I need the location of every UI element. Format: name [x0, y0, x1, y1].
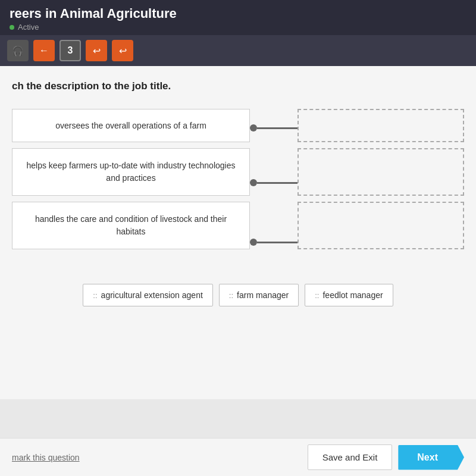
instruction-text: ch the description to the job title.: [12, 80, 464, 92]
main-content: ch the description to the job title. ove…: [0, 66, 476, 399]
mark-question-link[interactable]: mark this question: [12, 453, 80, 462]
footer: mark this question Save and Exit Next: [0, 438, 476, 476]
chip-farm-manager[interactable]: :: farm manager: [219, 284, 299, 306]
connector-2: [250, 159, 298, 206]
back-icon: ←: [39, 45, 49, 56]
drag-icon-3: ::: [315, 291, 319, 300]
next-button[interactable]: Next: [398, 445, 464, 470]
dot-3: [250, 239, 257, 246]
drag-icon-2: ::: [229, 291, 233, 300]
answer-bank: :: agricultural extension agent :: farm …: [12, 284, 464, 306]
description-item-2: helps keep farmers up-to-date with indus…: [12, 148, 250, 196]
headphones-icon: 🎧: [12, 45, 24, 57]
header: reers in Animal Agriculture Active: [0, 0, 476, 35]
save-exit-button[interactable]: Save and Exit: [308, 444, 393, 470]
status-label: Active: [18, 23, 39, 32]
drag-icon-1: ::: [93, 291, 97, 300]
chip-label-3: feedlot manager: [322, 290, 383, 300]
descriptions-column: oversees the overall operations of a far…: [12, 109, 250, 249]
chip-agricultural-extension-agent[interactable]: :: agricultural extension agent: [83, 284, 212, 306]
redo-button[interactable]: ↩: [112, 40, 133, 61]
footer-buttons: Save and Exit Next: [308, 444, 464, 470]
undo-button[interactable]: ↩: [86, 40, 107, 61]
description-item-1: oversees the overall operations of a far…: [12, 109, 250, 142]
dot-2: [250, 179, 257, 186]
drop-target-3[interactable]: [298, 202, 464, 249]
headphones-icon-btn[interactable]: 🎧: [7, 40, 29, 61]
dot-1: [250, 124, 257, 131]
line-1: [257, 127, 298, 129]
description-item-3: handles the care and condition of livest…: [12, 202, 250, 249]
toolbar: 🎧 ← 3 ↩ ↩: [0, 35, 476, 66]
undo-icon: ↩: [93, 45, 101, 57]
line-3: [257, 242, 298, 243]
status-indicator: [10, 25, 14, 30]
line-2: [257, 182, 298, 184]
match-area: oversees the overall operations of a far…: [12, 109, 464, 266]
connector-1: [250, 109, 298, 147]
question-counter: 3: [60, 40, 81, 61]
targets-column: [298, 109, 464, 249]
connector-area: [250, 109, 298, 266]
chip-label-1: agricultural extension agent: [101, 290, 203, 300]
connector-3: [250, 218, 298, 266]
drop-target-2[interactable]: [298, 148, 464, 196]
chip-feedlot-manager[interactable]: :: feedlot manager: [305, 284, 393, 306]
drop-target-1[interactable]: [298, 109, 464, 142]
page-title: reers in Animal Agriculture: [10, 6, 466, 21]
redo-icon: ↩: [119, 45, 127, 57]
back-button[interactable]: ←: [33, 40, 55, 61]
chip-label-2: farm manager: [237, 290, 289, 300]
header-status: Active: [10, 23, 466, 32]
